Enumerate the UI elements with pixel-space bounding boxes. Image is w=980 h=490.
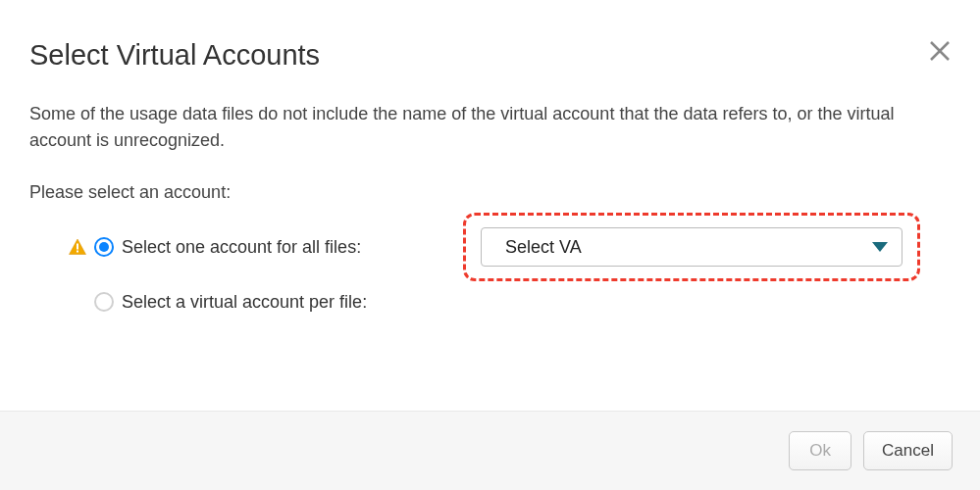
select-va-value: Select VA bbox=[505, 234, 582, 261]
option-row-all-files: Select one account for all files: Select… bbox=[69, 227, 951, 267]
close-icon[interactable] bbox=[929, 37, 951, 67]
select-virtual-accounts-dialog: Select Virtual Accounts Some of the usag… bbox=[0, 0, 980, 490]
svg-rect-4 bbox=[77, 251, 78, 253]
icon-spacer bbox=[69, 293, 86, 311]
radio-all-files[interactable] bbox=[94, 237, 114, 257]
dialog-footer: Ok Cancel bbox=[0, 411, 980, 490]
select-va-dropdown[interactable]: Select VA bbox=[481, 227, 903, 267]
radio-per-file[interactable] bbox=[94, 292, 114, 312]
svg-rect-3 bbox=[77, 244, 78, 250]
select-va-highlight: Select VA bbox=[481, 227, 903, 267]
cancel-button[interactable]: Cancel bbox=[863, 431, 953, 470]
dialog-prompt: Please select an account: bbox=[29, 179, 951, 206]
dialog-header: Select Virtual Accounts bbox=[0, 0, 980, 72]
chevron-down-icon bbox=[872, 242, 888, 252]
option-row-per-file: Select a virtual account per file: bbox=[69, 282, 951, 321]
radio-label-per-file[interactable]: Select a virtual account per file: bbox=[122, 289, 367, 316]
options-group: Select one account for all files: Select… bbox=[29, 227, 951, 321]
radio-label-all-files[interactable]: Select one account for all files: bbox=[122, 234, 361, 261]
dialog-body: Some of the usage data files do not incl… bbox=[0, 72, 980, 411]
warning-icon bbox=[69, 238, 86, 256]
ok-button[interactable]: Ok bbox=[789, 431, 851, 470]
dialog-title: Select Virtual Accounts bbox=[29, 39, 320, 72]
dialog-description: Some of the usage data files do not incl… bbox=[29, 101, 951, 154]
